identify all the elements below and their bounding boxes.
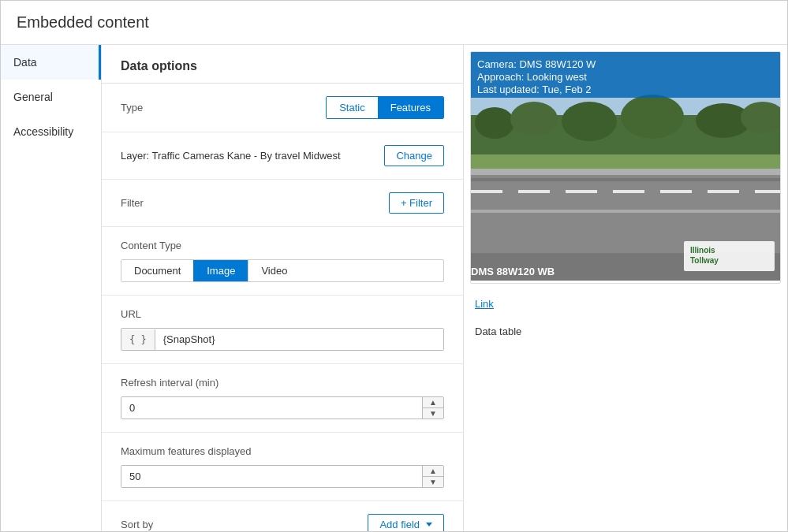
- sort-label: Sort by: [121, 519, 153, 530]
- max-features-section: Maximum features displayed ▲ ▼: [102, 433, 463, 501]
- svg-rect-19: [471, 169, 781, 175]
- svg-point-2: [475, 107, 514, 139]
- svg-rect-17: [708, 190, 739, 193]
- svg-text:Approach: Looking west: Approach: Looking west: [477, 71, 587, 83]
- layer-label: Layer: Traffic Cameras Kane - By travel …: [121, 150, 341, 162]
- filter-button[interactable]: + Filter: [389, 192, 444, 214]
- refresh-spinner: ▲ ▼: [422, 397, 443, 419]
- max-features-input-row: ▲ ▼: [121, 465, 444, 488]
- svg-text:Last updated: Tue, Feb 2: Last updated: Tue, Feb 2: [477, 84, 592, 95]
- preview-link[interactable]: Link: [464, 290, 787, 318]
- max-features-decrement[interactable]: ▼: [423, 477, 443, 487]
- sidebar-item-accessibility[interactable]: Accessibility: [1, 114, 101, 149]
- refresh-input[interactable]: [121, 397, 422, 419]
- url-input[interactable]: [155, 329, 443, 350]
- sidebar-item-general[interactable]: General: [1, 80, 101, 114]
- type-features-btn[interactable]: Features: [378, 97, 443, 118]
- svg-rect-12: [471, 190, 502, 193]
- content-type-section: Content Type Document Image Video: [102, 227, 463, 296]
- change-button[interactable]: Change: [384, 145, 444, 166]
- refresh-label: Refresh interval (min): [121, 377, 444, 389]
- svg-rect-10: [471, 178, 781, 181]
- road-scene-svg: Camera: DMS 88W120 W Approach: Looking w…: [471, 52, 781, 281]
- content-panel: Data options Type Static Features Layer:…: [102, 45, 464, 531]
- type-label: Type: [121, 102, 143, 113]
- sidebar: Data General Accessibility: [1, 45, 102, 531]
- url-input-row: { }: [121, 328, 444, 351]
- url-label: URL: [121, 308, 444, 320]
- svg-rect-18: [755, 190, 781, 193]
- type-section: Type Static Features: [102, 84, 463, 132]
- refresh-input-row: ▲ ▼: [121, 396, 444, 419]
- preview-panel: Camera: DMS 88W120 W Approach: Looking w…: [464, 45, 787, 531]
- preview-image-container: Camera: DMS 88W120 W Approach: Looking w…: [470, 51, 781, 284]
- sidebar-item-data[interactable]: Data: [1, 45, 101, 80]
- svg-text:DMS  88W120  WB: DMS 88W120 WB: [471, 266, 555, 277]
- preview-data-table-label: Data table: [464, 318, 787, 345]
- svg-text:Camera: DMS 88W120 W: Camera: DMS 88W120 W: [477, 58, 596, 70]
- max-features-increment[interactable]: ▲: [423, 466, 443, 477]
- chevron-down-icon: [426, 523, 432, 526]
- svg-point-3: [510, 102, 558, 136]
- refresh-decrement[interactable]: ▼: [423, 408, 443, 419]
- content-type-video[interactable]: Video: [248, 260, 300, 281]
- layer-section: Layer: Traffic Cameras Kane - By travel …: [102, 132, 463, 180]
- content-type-group: Document Image Video: [121, 259, 444, 282]
- content-type-image[interactable]: Image: [193, 260, 248, 281]
- svg-rect-15: [613, 190, 644, 193]
- add-field-button[interactable]: Add field: [368, 514, 444, 531]
- svg-rect-14: [566, 190, 597, 193]
- content-type-document[interactable]: Document: [121, 260, 193, 281]
- filter-section: Filter + Filter: [102, 180, 463, 227]
- svg-rect-16: [660, 190, 692, 193]
- content-type-label: Content Type: [121, 240, 444, 251]
- max-features-input[interactable]: [121, 466, 422, 487]
- svg-text:Tollway: Tollway: [690, 256, 719, 265]
- filter-label: Filter: [121, 197, 144, 209]
- app-title: Embedded content: [1, 1, 787, 45]
- max-features-spinner: ▲ ▼: [422, 466, 443, 487]
- url-prefix: { }: [121, 329, 155, 350]
- refresh-increment[interactable]: ▲: [423, 397, 443, 408]
- refresh-section: Refresh interval (min) ▲ ▼: [102, 364, 463, 433]
- max-features-label: Maximum features displayed: [121, 445, 444, 457]
- svg-point-5: [621, 95, 684, 139]
- type-toggle-group: Static Features: [326, 96, 444, 119]
- sort-section: Sort by Add field: [102, 501, 463, 531]
- svg-rect-13: [518, 190, 550, 193]
- svg-rect-11: [471, 210, 781, 213]
- content-header: Data options: [102, 45, 463, 84]
- url-section: URL { }: [102, 296, 463, 364]
- type-static-btn[interactable]: Static: [327, 97, 378, 118]
- svg-point-4: [562, 102, 617, 141]
- svg-text:Illinois: Illinois: [690, 246, 715, 255]
